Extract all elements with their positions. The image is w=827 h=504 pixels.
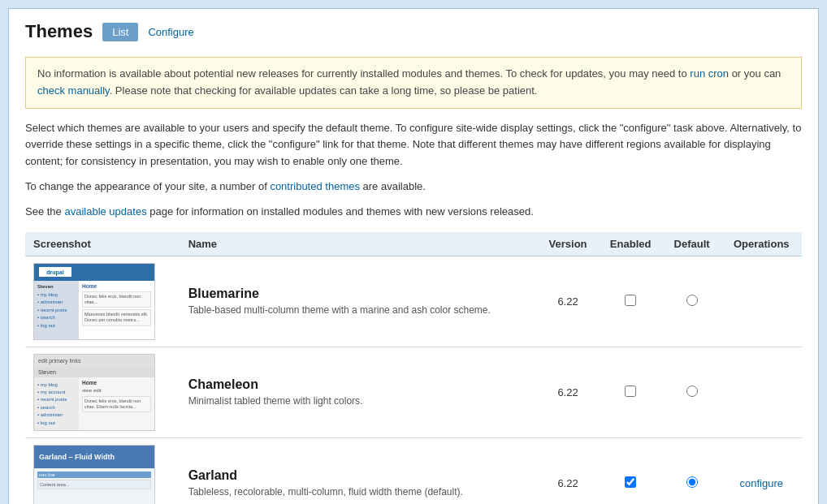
description-para1: Select which themes are available to you… bbox=[25, 120, 802, 170]
bluemarine-operations bbox=[721, 256, 802, 347]
col-screenshot: Screenshot bbox=[25, 232, 180, 256]
info-box: No information is available about potent… bbox=[25, 57, 802, 109]
bluemarine-default-radio[interactable] bbox=[686, 295, 698, 306]
garland-info: Garland Tableless, recolorable, multi-co… bbox=[180, 437, 538, 504]
garland-enabled-cell bbox=[599, 437, 663, 504]
info-text-after: . Please note that checking for availabl… bbox=[110, 84, 538, 97]
chameleon-desc: Minimalist tabled theme with light color… bbox=[188, 395, 530, 407]
chameleon-operations bbox=[721, 347, 802, 437]
screenshot-bluemarine: drupal Steven my blog administer recent … bbox=[33, 263, 155, 340]
chameleon-default-radio[interactable] bbox=[686, 386, 698, 397]
bluemarine-name: Bluemarine bbox=[188, 286, 530, 301]
screenshot-chameleon: edit primary links Steven my blog my acc… bbox=[33, 354, 155, 431]
chameleon-enabled-checkbox[interactable] bbox=[625, 386, 636, 397]
table-row: edit primary links Steven my blog my acc… bbox=[25, 347, 802, 437]
tab-list[interactable]: List bbox=[102, 23, 138, 41]
garland-operations[interactable]: configure bbox=[721, 437, 802, 504]
bluemarine-desc: Table-based multi-column theme with a ma… bbox=[188, 304, 530, 316]
chameleon-nav-item: edit primary links bbox=[38, 358, 81, 364]
col-name: Name bbox=[180, 232, 538, 256]
garland-name: Garland bbox=[188, 468, 530, 483]
tab-configure[interactable]: Configure bbox=[148, 26, 193, 38]
info-text-before-link1: No information is available about potent… bbox=[37, 67, 690, 80]
col-version: Version bbox=[537, 232, 598, 256]
garland-header-text: Garland – Fluid Width bbox=[39, 453, 115, 461]
contributed-themes-link[interactable]: contributed themes bbox=[270, 180, 360, 192]
description-para3: See the available updates page for infor… bbox=[25, 204, 802, 221]
col-operations: Operations bbox=[721, 232, 802, 256]
bluemarine-info: Bluemarine Table-based multi-column them… bbox=[180, 256, 538, 347]
col-default: Default bbox=[663, 232, 721, 256]
bluemarine-enabled-cell bbox=[599, 256, 663, 347]
page-title: Themes bbox=[25, 21, 93, 42]
chameleon-version: 6.22 bbox=[537, 347, 598, 437]
garland-configure-link[interactable]: configure bbox=[740, 477, 783, 489]
drupal-logo-icon: drupal bbox=[39, 267, 71, 277]
description-para2: To change the appearance of your site, a… bbox=[25, 179, 802, 196]
bluemarine-version: 6.22 bbox=[537, 256, 598, 347]
col-enabled: Enabled bbox=[599, 232, 663, 256]
chameleon-enabled-cell bbox=[599, 347, 663, 437]
available-updates-link[interactable]: available updates bbox=[64, 205, 146, 218]
run-cron-link[interactable]: run cron bbox=[690, 67, 729, 80]
bluemarine-enabled-checkbox[interactable] bbox=[625, 295, 636, 306]
chameleon-default-cell bbox=[663, 347, 721, 437]
garland-default-cell bbox=[663, 437, 721, 504]
themes-table: Screenshot Name Version Enabled Default … bbox=[25, 232, 802, 504]
chameleon-name: Chameleon bbox=[188, 377, 530, 392]
table-row: Garland – Fluid Width nav bar Content ar… bbox=[25, 437, 802, 504]
garland-version: 6.22 bbox=[537, 437, 598, 504]
table-row: drupal Steven my blog administer recent … bbox=[25, 256, 802, 347]
garland-enabled-checkbox[interactable] bbox=[625, 476, 636, 488]
info-text-between: or you can bbox=[729, 67, 781, 80]
chameleon-info: Chameleon Minimalist tabled theme with l… bbox=[180, 347, 538, 437]
check-manually-link[interactable]: check manually bbox=[37, 84, 110, 97]
garland-default-radio[interactable] bbox=[686, 476, 698, 488]
bluemarine-default-cell bbox=[663, 256, 721, 347]
garland-desc: Tableless, recolorable, multi-column, fl… bbox=[188, 486, 530, 498]
screenshot-garland: Garland – Fluid Width nav bar Content ar… bbox=[33, 445, 155, 504]
